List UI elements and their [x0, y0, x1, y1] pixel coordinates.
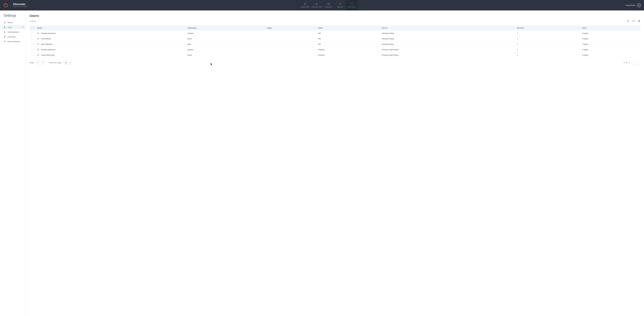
sidebar-item-licensing[interactable]: Licensing — [0, 34, 26, 39]
nav-policies[interactable]: POLICIES — [322, 0, 334, 11]
col-email[interactable]: EMAIL — [266, 26, 317, 31]
avatar-icon — [637, 3, 641, 7]
nav-settings[interactable]: SETTINGS — [346, 0, 358, 11]
svg-point-16 — [627, 20, 628, 22]
cell-devices: 1 — [516, 31, 581, 36]
table-row[interactable]: Jake MadisonjakeHRGeneral Policy10 bytes — [30, 42, 640, 47]
table-row[interactable]: Jessica BatemanjessicaFinanceFinance Dep… — [30, 47, 640, 52]
svg-point-31 — [38, 54, 38, 55]
col-devices[interactable]: DEVICES — [516, 26, 581, 31]
cell-username: jessica — [186, 47, 266, 52]
cell-team: HR — [317, 42, 381, 47]
pagination: Page: 1 ▾ Rows per page: 10 ▾ 1 - 5 / 5 — [30, 61, 640, 65]
sidebar-item-label: Active Directory — [8, 41, 20, 43]
svg-point-12 — [4, 27, 5, 27]
nav-inventory[interactable]: INVENTORY — [299, 0, 311, 11]
cell-team: Finance — [317, 52, 381, 58]
sidebar: Settings Teams Users Administrators — [0, 11, 26, 316]
rows-per-page-select[interactable]: 10 ▾ — [63, 61, 72, 65]
main: Settings Teams Users Administrators — [0, 11, 644, 316]
cell-policy: General Policy — [380, 36, 516, 42]
brand-text: Silveroaks ENDPOINT CLOUD — [13, 3, 27, 8]
cell-email — [266, 36, 317, 42]
page-label: Page: — [30, 62, 34, 64]
users-table: NAME▼ USERNAME EMAIL TEAM POLICY DEVICES… — [30, 26, 640, 58]
sort-desc-icon: ▼ — [42, 28, 44, 29]
svg-text:AD: AD — [4, 41, 5, 42]
cell-name: Lance McKinsey — [41, 54, 55, 56]
cell-policy: Finance Dept Policy — [380, 52, 516, 58]
table-row[interactable]: Lance McKinseylanceFinanceFinance Dept P… — [30, 52, 640, 58]
rows-per-page-label: Rows per page: — [49, 62, 62, 64]
table-row[interactable]: Faruk MaloifarukHRGeneral Policy10 bytes — [30, 36, 640, 42]
top-nav: INVENTORY PROTECTION POLICIES VAULTS — [299, 0, 358, 11]
sidebar-title: Settings — [0, 14, 26, 20]
sidebar-item-active-directory[interactable]: AD Active Directory — [0, 39, 26, 44]
filter-icon[interactable] — [638, 20, 640, 23]
topbar: Silveroaks ENDPOINT CLOUD INVENTORY PROT… — [0, 0, 644, 11]
row-checkbox[interactable] — [32, 48, 34, 50]
nav-protection[interactable]: PROTECTION — [311, 0, 322, 11]
brand-name: Silveroaks — [13, 3, 27, 6]
row-checkbox[interactable] — [32, 43, 34, 45]
svg-point-10 — [4, 22, 5, 23]
columns-icon[interactable] — [632, 20, 635, 23]
cell-name: Jake Madison — [41, 43, 52, 45]
user-icon — [4, 26, 6, 28]
admin-icon — [4, 31, 6, 33]
col-policy[interactable]: POLICY — [380, 26, 516, 31]
cell-name: Jessica Bateman — [41, 49, 55, 51]
cell-email — [266, 31, 317, 36]
row-checkbox[interactable] — [32, 38, 34, 40]
sidebar-item-teams[interactable]: Teams — [0, 20, 26, 25]
cell-email — [266, 52, 317, 58]
sidebar-item-users[interactable]: Users — [0, 25, 26, 30]
pager-left: Page: 1 ▾ Rows per page: 10 ▾ — [30, 61, 72, 65]
cell-data: 0 bytes — [581, 31, 640, 36]
cell-data: 0 bytes — [581, 36, 640, 42]
user-icon — [37, 43, 39, 45]
cell-email — [266, 42, 317, 47]
sidebar-item-administrators[interactable]: Administrators — [0, 30, 26, 34]
col-name[interactable]: NAME▼ — [36, 26, 186, 31]
brand-block: Silveroaks ENDPOINT CLOUD — [0, 0, 32, 11]
table-row[interactable]: Claudia SummersclaudiaHRGeneral Policy10… — [30, 31, 640, 36]
cell-team: Finance — [317, 47, 381, 52]
cell-policy: General Policy — [380, 42, 516, 47]
page-range: 1 - 5 / 5 — [624, 62, 630, 64]
cell-name: Claudia Summers — [41, 32, 56, 34]
table-toolbar — [627, 20, 640, 23]
cell-devices: 1 — [516, 52, 581, 58]
nav-policies-label: POLICIES — [325, 6, 332, 8]
row-checkbox[interactable] — [32, 32, 34, 34]
page-select[interactable]: 1 ▾ — [36, 61, 44, 65]
cell-team: HR — [317, 31, 381, 36]
ad-icon: AD — [4, 41, 6, 43]
sidebar-item-label: Licensing — [8, 36, 15, 38]
svg-point-24 — [640, 20, 640, 21]
cell-name: Faruk Maloi — [41, 38, 51, 40]
svg-point-29 — [38, 43, 38, 44]
team-icon — [4, 21, 6, 24]
svg-point-13 — [4, 31, 5, 32]
cell-devices: 1 — [516, 47, 581, 52]
svg-point-30 — [38, 49, 38, 49]
svg-point-8 — [352, 4, 352, 4]
svg-point-27 — [38, 32, 38, 33]
pager-right: 1 - 5 / 5 — [624, 61, 640, 65]
nav-vaults-label: VAULTS — [337, 6, 343, 8]
search-icon[interactable] — [627, 20, 629, 23]
row-checkbox[interactable] — [32, 54, 34, 56]
subheader: 5 Users — [30, 20, 640, 23]
prev-page-button[interactable] — [631, 61, 635, 65]
page-title: Users — [30, 14, 640, 18]
col-team[interactable]: TEAM — [317, 26, 381, 31]
nav-vaults[interactable]: VAULTS — [334, 0, 346, 11]
next-page-button[interactable] — [636, 61, 640, 65]
col-data[interactable]: DATA — [581, 26, 640, 31]
col-username[interactable]: USERNAME — [186, 26, 266, 31]
cell-data: 0 bytes — [581, 47, 640, 52]
user-menu[interactable]: Craig Wright — [625, 0, 644, 11]
select-all-checkbox[interactable] — [32, 27, 34, 29]
svg-point-28 — [38, 38, 38, 39]
